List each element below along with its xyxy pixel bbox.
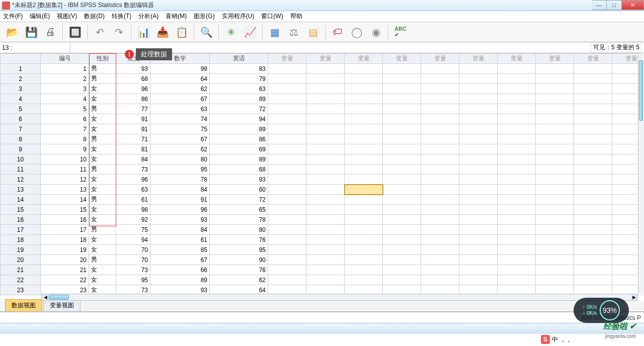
column-header[interactable]: 英语 bbox=[210, 54, 268, 64]
data-cell[interactable] bbox=[459, 94, 498, 104]
data-cell[interactable]: 72 bbox=[210, 104, 268, 114]
data-cell[interactable]: 女 bbox=[89, 124, 116, 134]
data-cell[interactable] bbox=[306, 265, 345, 275]
row-number[interactable]: 12 bbox=[1, 175, 41, 185]
data-cell[interactable]: 20 bbox=[41, 255, 89, 265]
row-number[interactable]: 15 bbox=[1, 205, 41, 215]
data-cell[interactable]: 62 bbox=[150, 84, 210, 94]
data-cell[interactable]: 61 bbox=[150, 235, 210, 245]
data-cell[interactable]: 76 bbox=[210, 235, 268, 245]
data-cell[interactable]: 91 bbox=[116, 124, 150, 134]
column-header[interactable]: 变量 bbox=[268, 54, 306, 64]
value-labels-icon[interactable]: 🏷 bbox=[330, 24, 346, 40]
data-cell[interactable] bbox=[306, 175, 345, 185]
data-cell[interactable]: 1 bbox=[41, 64, 89, 74]
show-all-icon[interactable]: ◉ bbox=[368, 24, 384, 40]
data-cell[interactable]: 89 bbox=[210, 124, 268, 134]
data-cell[interactable]: 女 bbox=[89, 175, 116, 185]
data-cell[interactable] bbox=[574, 195, 612, 205]
data-cell[interactable] bbox=[574, 74, 612, 84]
data-cell[interactable] bbox=[345, 84, 383, 94]
data-cell[interactable] bbox=[536, 225, 574, 235]
data-cell[interactable]: 84 bbox=[150, 225, 210, 235]
row-number[interactable]: 1 bbox=[1, 64, 41, 74]
data-cell[interactable] bbox=[536, 205, 574, 215]
row-number[interactable]: 4 bbox=[1, 94, 41, 104]
data-cell[interactable]: 女 bbox=[89, 215, 116, 225]
row-number[interactable]: 17 bbox=[1, 225, 41, 235]
data-cell[interactable]: 60 bbox=[210, 185, 268, 195]
data-cell[interactable]: 男 bbox=[89, 225, 116, 235]
data-cell[interactable]: 80 bbox=[210, 225, 268, 235]
data-cell[interactable] bbox=[574, 255, 612, 265]
data-cell[interactable] bbox=[574, 84, 612, 94]
data-cell[interactable] bbox=[459, 144, 498, 154]
data-cell[interactable] bbox=[574, 154, 612, 164]
data-cell[interactable] bbox=[498, 64, 536, 74]
data-cell[interactable] bbox=[345, 144, 383, 154]
data-cell[interactable] bbox=[383, 265, 421, 275]
data-cell[interactable]: 67 bbox=[150, 134, 210, 144]
data-cell[interactable] bbox=[421, 94, 459, 104]
data-cell[interactable] bbox=[421, 114, 459, 124]
data-cell[interactable] bbox=[383, 84, 421, 94]
data-cell[interactable] bbox=[498, 225, 536, 235]
data-cell[interactable] bbox=[345, 94, 383, 104]
data-cell[interactable]: 14 bbox=[41, 195, 89, 205]
data-cell[interactable]: 63 bbox=[150, 104, 210, 114]
data-cell[interactable] bbox=[383, 235, 421, 245]
data-cell[interactable]: 63 bbox=[210, 84, 268, 94]
open-file-icon[interactable]: 📂 bbox=[4, 24, 20, 40]
data-cell[interactable] bbox=[536, 154, 574, 164]
data-cell[interactable] bbox=[459, 215, 498, 225]
data-cell[interactable]: 男 bbox=[89, 195, 116, 205]
undo-icon[interactable]: ↶ bbox=[92, 24, 108, 40]
data-cell[interactable] bbox=[345, 205, 383, 215]
data-cell[interactable] bbox=[268, 235, 306, 245]
data-cell[interactable] bbox=[459, 134, 498, 144]
data-cell[interactable]: 18 bbox=[41, 235, 89, 245]
data-cell[interactable]: 61 bbox=[116, 195, 150, 205]
data-cell[interactable]: 95 bbox=[150, 164, 210, 175]
menu-item-2[interactable]: 视图(V) bbox=[57, 12, 77, 21]
data-cell[interactable]: 86 bbox=[210, 134, 268, 144]
column-header[interactable]: 变量 bbox=[383, 54, 421, 64]
vertical-scrollbar[interactable] bbox=[638, 53, 644, 294]
goto-variable-icon[interactable]: 📥 bbox=[154, 24, 171, 40]
data-cell[interactable] bbox=[345, 265, 383, 275]
data-cell[interactable] bbox=[498, 94, 536, 104]
data-cell[interactable]: 74 bbox=[150, 114, 210, 124]
data-cell[interactable] bbox=[574, 104, 612, 114]
data-cell[interactable] bbox=[383, 94, 421, 104]
column-header[interactable]: 性别 bbox=[89, 54, 116, 64]
data-cell[interactable]: 9 bbox=[41, 144, 89, 154]
data-cell[interactable] bbox=[574, 245, 612, 255]
row-number[interactable]: 3 bbox=[1, 84, 41, 94]
data-cell[interactable] bbox=[536, 84, 574, 94]
data-cell[interactable] bbox=[345, 245, 383, 255]
data-cell[interactable] bbox=[306, 134, 345, 144]
data-cell[interactable]: 67 bbox=[150, 255, 210, 265]
row-number[interactable]: 2 bbox=[1, 74, 41, 84]
data-cell[interactable] bbox=[268, 185, 306, 195]
data-cell[interactable] bbox=[574, 114, 612, 124]
data-cell[interactable] bbox=[345, 235, 383, 245]
data-cell[interactable] bbox=[421, 164, 459, 175]
data-cell[interactable] bbox=[498, 175, 536, 185]
data-cell[interactable]: 95 bbox=[210, 245, 268, 255]
data-cell[interactable] bbox=[574, 205, 612, 215]
row-number[interactable]: 5 bbox=[1, 104, 41, 114]
data-cell[interactable]: 83 bbox=[210, 64, 268, 74]
data-cell[interactable] bbox=[345, 215, 383, 225]
data-cell[interactable]: 64 bbox=[150, 74, 210, 84]
data-cell[interactable] bbox=[574, 215, 612, 225]
print-icon[interactable]: 🖨 bbox=[42, 24, 58, 40]
data-cell[interactable] bbox=[459, 195, 498, 205]
row-number[interactable]: 11 bbox=[1, 164, 41, 175]
data-cell[interactable] bbox=[421, 134, 459, 144]
data-cell[interactable]: 76 bbox=[210, 265, 268, 275]
data-cell[interactable] bbox=[383, 144, 421, 154]
data-cell[interactable] bbox=[498, 205, 536, 215]
data-cell[interactable]: 92 bbox=[116, 215, 150, 225]
data-cell[interactable] bbox=[345, 225, 383, 235]
